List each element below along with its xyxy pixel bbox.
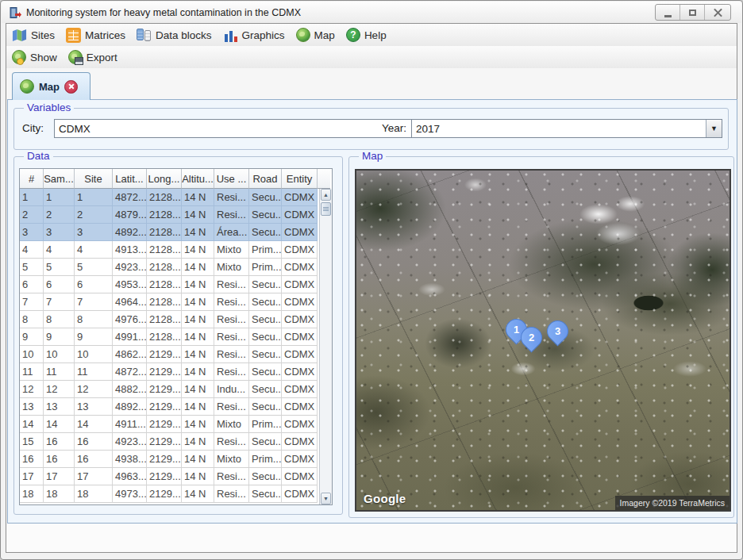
table-cell: 2 [75, 206, 113, 224]
show-button[interactable]: Show [10, 48, 67, 67]
screen: Monitoring system for heavy metal contam… [0, 0, 743, 560]
table-row[interactable]: 1516164923...2129...14 NResi...Secu...CD… [20, 433, 318, 451]
table-row[interactable]: 9994991...2128...14 NResi...Secu...CDMX [20, 328, 318, 346]
client-area: Sites Matrices Data blocks Graphics Map [6, 23, 737, 553]
table-cell: 9 [20, 328, 44, 346]
matrices-icon [66, 28, 81, 43]
column-header[interactable]: Entity [282, 169, 318, 189]
menu-item-graphics[interactable]: Graphics [221, 25, 295, 44]
menu-item-map[interactable]: Map [295, 25, 345, 44]
table-cell: 4923... [113, 259, 147, 276]
tab-map[interactable]: Map [12, 72, 90, 100]
table-cell: 2129... [147, 451, 182, 468]
table-cell: 18 [44, 485, 75, 503]
menu-item-matrices[interactable]: Matrices [64, 25, 135, 44]
tab-close-icon[interactable] [64, 80, 78, 94]
export-button[interactable]: Export [67, 48, 127, 67]
variables-groupbox: Variables City: CDMX ▼ Year: 2017 ▼ [13, 108, 729, 150]
help-icon: ? [346, 28, 360, 42]
table-row[interactable]: 4444913...2128...14 NMixtoPrim...CDMX [20, 241, 318, 259]
table-cell: Prim... [249, 451, 282, 468]
year-combobox-arrow[interactable]: ▼ [706, 120, 722, 137]
close-button[interactable] [705, 5, 730, 20]
table-cell: 2 [44, 206, 75, 224]
map-marker-2[interactable]: 2 [516, 322, 546, 352]
table-row[interactable]: 1616164938...2129...14 NMixtoPrim...CDMX [20, 451, 318, 468]
table-cell: 14 N [182, 328, 214, 346]
table-row[interactable]: 1717174963...2129...14 NResi...Secu...CD… [20, 468, 318, 485]
table-row[interactable]: 1818184973...2129...14 NResi...Secu...CD… [20, 485, 318, 503]
map-canvas[interactable]: Google Imagery ©2019 TerraMetrics 123 [355, 169, 731, 512]
title-bar[interactable]: Monitoring system for heavy metal contam… [2, 2, 741, 23]
table-row[interactable]: 6664953...2128...14 NResi...Secu...CDMX [20, 276, 318, 293]
table-cell: 4 [44, 241, 75, 259]
table-row[interactable]: 1212124882...2129...14 NIndu...Secu...CD… [20, 381, 318, 398]
table-cell: 2129... [147, 485, 182, 503]
table-row[interactable]: 1010104862...2129...14 NResi...Secu...CD… [20, 346, 318, 363]
menu-item-graphics-label: Graphics [242, 29, 285, 41]
table-cell: CDMX [282, 363, 318, 381]
export-globe-icon [68, 50, 83, 64]
app-window: Monitoring system for heavy metal contam… [0, 0, 743, 560]
menu-item-help-label: Help [364, 29, 387, 41]
table-cell: 14 N [182, 416, 214, 433]
main-toolbar: Sites Matrices Data blocks Graphics Map [6, 24, 737, 47]
map-marker-3[interactable]: 3 [542, 316, 572, 346]
table-row[interactable]: 1313134892...2129...14 NResi...Secu...CD… [20, 398, 318, 416]
table-row[interactable]: 2224879...2128...14 NResi...Secu...CDMX [20, 206, 318, 224]
menu-item-sites[interactable]: Sites [10, 25, 64, 44]
table-cell: 5 [20, 259, 44, 276]
year-combobox[interactable]: 2017 ▼ [411, 119, 722, 138]
menu-item-data-blocks[interactable]: Data blocks [135, 25, 221, 44]
table-cell: CDMX [282, 381, 318, 398]
table-cell: Resi... [214, 398, 249, 416]
table-row[interactable]: 1414144911...2129...14 NMixtoPrim...CDMX [20, 416, 318, 433]
column-header[interactable]: Long... [147, 169, 182, 189]
table-cell: 16 [75, 433, 113, 451]
column-header[interactable]: # [20, 169, 44, 189]
scroll-down-button[interactable]: ▼ [321, 493, 331, 504]
scroll-up-button[interactable]: ▲ [321, 189, 331, 201]
table-cell: 12 [44, 381, 75, 398]
table-row[interactable]: 1114872...2128...14 NResi...Secu...CDMX [20, 189, 318, 206]
table-row[interactable]: 8884976...2128...14 NResi...Secu...CDMX [20, 311, 318, 328]
column-header[interactable]: Latit... [113, 169, 147, 189]
table-cell: 4991... [113, 328, 147, 346]
sites-icon [12, 28, 27, 43]
table-cell: CDMX [282, 311, 318, 328]
table-cell: 2128... [147, 224, 182, 241]
header-filler [318, 169, 330, 189]
table-cell: Secu... [249, 206, 282, 224]
table-row[interactable]: 7774964...2128...14 NResi...Secu...CDMX [20, 293, 318, 311]
table-cell: Resi... [214, 468, 249, 485]
variables-group-title: Variables [24, 102, 74, 113]
city-label: City: [22, 122, 44, 134]
google-logo: Google [364, 492, 406, 505]
table-cell: CDMX [282, 276, 318, 293]
table-cell: 1 [75, 189, 113, 206]
column-header[interactable]: Road [249, 169, 282, 189]
column-header[interactable]: Site [75, 169, 113, 189]
maximize-button[interactable] [680, 5, 705, 20]
column-header[interactable]: Use ... [214, 169, 249, 189]
datablocks-icon [137, 28, 152, 43]
table-scrollbar[interactable]: ▲ ▼ [319, 189, 332, 504]
table-cell: 14 N [182, 398, 214, 416]
column-header[interactable]: Sam... [44, 169, 75, 189]
table-row[interactable]: 5554923...2128...14 NMixtoPrim...CDMX [20, 259, 318, 276]
scroll-thumb[interactable] [321, 202, 331, 216]
app-icon [9, 6, 21, 19]
table-cell: 14 N [182, 293, 214, 311]
table-cell: 4 [20, 241, 44, 259]
table-cell: 11 [44, 363, 75, 381]
table-row[interactable]: 1111114872...2129...14 NResi...Secu...CD… [20, 363, 318, 381]
menu-item-help[interactable]: ? Help [345, 25, 396, 44]
table-cell: 14 N [182, 311, 214, 328]
column-header[interactable]: Altitu... [182, 169, 214, 189]
table-cell: 14 N [182, 241, 214, 259]
data-group-title: Data [24, 150, 53, 162]
table-cell: 14 N [182, 451, 214, 468]
table-cell: 2128... [147, 311, 182, 328]
table-row[interactable]: 3334892...2128...14 NÁrea...Secu...CDMX [20, 224, 318, 241]
minimize-button[interactable] [656, 5, 680, 20]
